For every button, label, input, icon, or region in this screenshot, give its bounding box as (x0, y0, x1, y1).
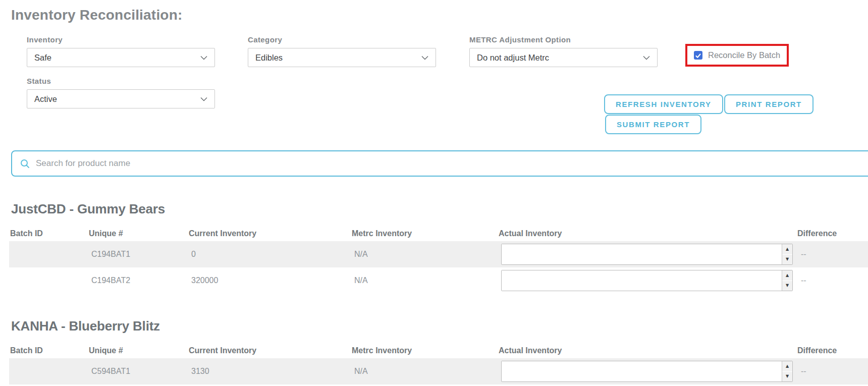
spin-up-icon: ▲ (786, 247, 789, 251)
filter-form: Inventory Safe Category Edibles METRC Ad… (0, 24, 868, 150)
table-header-row: Batch IDUnique #Current InventoryMetrc I… (9, 227, 868, 238)
product-title: KANHA - Blueberry Blitz (11, 318, 868, 334)
reconcile-by-batch-highlight: Reconcile By Batch (685, 44, 789, 67)
actual-inventory-input: ▲▼ (501, 270, 793, 291)
table-rows: C194BAT10N/A▲▼--C194BAT2320000N/A▲▼-- (0, 241, 868, 294)
actual-inventory-field[interactable] (502, 270, 782, 291)
current-inventory-cell: 320000 (189, 276, 352, 285)
product-title: JustCBD - Gummy Bears (11, 201, 868, 217)
product-section: JustCBD - Gummy Bears Batch IDUnique #Cu… (0, 201, 868, 294)
column-header: Difference (797, 229, 868, 238)
current-inventory-cell: 3130 (189, 367, 352, 376)
actual-inventory-input: ▲▼ (501, 361, 793, 382)
unique-number-cell: C194BAT1 (89, 250, 189, 259)
category-select[interactable]: Edibles (248, 48, 436, 67)
spin-up-button[interactable]: ▲ (782, 244, 792, 254)
column-header: Batch ID (10, 346, 89, 355)
chevron-down-icon (421, 56, 428, 60)
metrc-inventory-cell: N/A (352, 367, 499, 376)
table-rows: C594BAT13130N/A▲▼-- (0, 358, 868, 384)
actual-inventory-cell: ▲▼ (499, 244, 797, 265)
inventory-label: Inventory (27, 35, 63, 44)
spin-up-icon: ▲ (786, 364, 789, 368)
print-report-button[interactable]: PRINT REPORT (724, 94, 813, 114)
actual-inventory-input: ▲▼ (501, 244, 793, 265)
column-header: Unique # (89, 229, 189, 238)
category-select-value: Edibles (255, 53, 421, 63)
difference-cell: -- (797, 276, 868, 285)
table-row: C194BAT2320000N/A▲▼-- (9, 267, 868, 294)
spin-down-icon: ▼ (786, 257, 789, 261)
unique-number-cell: C194BAT2 (89, 276, 189, 285)
product-search-bar (11, 150, 868, 177)
status-select-value: Active (34, 94, 200, 104)
number-spinner: ▲▼ (782, 270, 792, 291)
product-section: KANHA - Blueberry Blitz Batch IDUnique #… (0, 318, 868, 384)
actual-inventory-cell: ▲▼ (499, 270, 797, 291)
category-label: Category (248, 35, 282, 44)
table-header-row: Batch IDUnique #Current InventoryMetrc I… (9, 344, 868, 355)
spin-down-icon: ▼ (786, 374, 789, 378)
submit-report-button[interactable]: SUBMIT REPORT (605, 115, 701, 134)
inventory-select-value: Safe (34, 53, 200, 63)
column-header: Unique # (89, 346, 189, 355)
spin-up-icon: ▲ (786, 273, 789, 278)
status-label: Status (27, 77, 51, 85)
column-header: Current Inventory (189, 229, 352, 238)
unique-number-cell: C594BAT1 (89, 367, 189, 376)
metrc-adjustment-select-value: Do not adjust Metrc (477, 53, 643, 63)
inventory-reconciliation-page: Inventory Reconciliation: Inventory Safe… (0, 0, 868, 386)
table-row: C594BAT13130N/A▲▼-- (9, 358, 868, 384)
reconcile-by-batch-checkbox[interactable] (694, 51, 702, 60)
column-header: Actual Inventory (499, 229, 797, 238)
column-header: Batch ID (10, 229, 89, 238)
actual-inventory-field[interactable] (502, 244, 782, 264)
products: JustCBD - Gummy Bears Batch IDUnique #Cu… (0, 201, 868, 384)
column-header: Actual Inventory (499, 346, 797, 355)
chevron-down-icon (200, 97, 207, 101)
number-spinner: ▲▼ (782, 361, 792, 381)
chevron-down-icon (643, 56, 650, 60)
spin-up-button[interactable]: ▲ (782, 270, 792, 281)
difference-cell: -- (797, 367, 868, 376)
spin-down-button[interactable]: ▼ (782, 281, 792, 291)
inventory-select[interactable]: Safe (27, 48, 215, 67)
table-row: C194BAT10N/A▲▼-- (9, 241, 868, 267)
metrc-adjustment-label: METRC Adjustment Option (469, 35, 571, 44)
number-spinner: ▲▼ (782, 244, 792, 264)
checkmark-icon (695, 52, 701, 61)
chevron-down-icon (200, 56, 207, 60)
status-select[interactable]: Active (27, 89, 215, 108)
spin-down-button[interactable]: ▼ (782, 372, 792, 382)
metrc-adjustment-select[interactable]: Do not adjust Metrc (469, 48, 658, 67)
metrc-inventory-cell: N/A (352, 276, 499, 285)
column-header: Metrc Inventory (352, 229, 499, 238)
column-header: Difference (797, 346, 868, 355)
actual-inventory-field[interactable] (502, 361, 782, 381)
search-icon (20, 159, 30, 169)
spin-down-button[interactable]: ▼ (782, 255, 792, 265)
column-header: Current Inventory (189, 346, 352, 355)
reconcile-by-batch-label: Reconcile By Batch (708, 50, 780, 60)
current-inventory-cell: 0 (189, 250, 352, 259)
refresh-inventory-button[interactable]: REFRESH INVENTORY (604, 94, 723, 114)
difference-cell: -- (797, 250, 868, 259)
search-input[interactable] (36, 151, 868, 176)
spin-up-button[interactable]: ▲ (782, 361, 792, 371)
spin-down-icon: ▼ (786, 284, 789, 288)
page-title: Inventory Reconciliation: (11, 6, 868, 24)
actual-inventory-cell: ▲▼ (499, 361, 797, 382)
column-header: Metrc Inventory (352, 346, 499, 355)
metrc-inventory-cell: N/A (352, 250, 499, 259)
